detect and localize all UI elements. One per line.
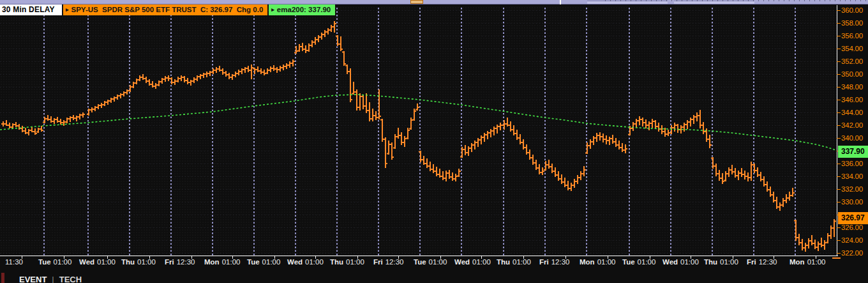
price-axis-label: 340.00 (841, 134, 863, 142)
time-axis-label: Tue01:00 (38, 258, 71, 266)
time-axis-label: Fri12:30 (747, 258, 777, 266)
time-axis-label: Tue01:00 (622, 258, 655, 266)
symbol-badge[interactable]: ▸SPY-US SPDR S&P 500 ETF TRUST C: 326.97… (63, 4, 267, 15)
expand-arrow-icon: ▸ (66, 6, 69, 13)
price-axis-label: 352.00 (841, 57, 863, 65)
time-axis-label: Mon01:00 (789, 258, 825, 266)
price-axis-label: 348.00 (841, 83, 863, 91)
expand-arrow-icon: ▸ (271, 6, 274, 13)
time-axis-label: Wed01:00 (287, 258, 324, 266)
price-axis-label: 360.00 (841, 6, 863, 14)
time-axis-label: Thu01:00 (330, 258, 364, 266)
time-axis-label: Wed01:00 (79, 258, 116, 266)
time-axis-label: Thu01:00 (704, 258, 738, 266)
tab-tech[interactable]: TECH (59, 275, 82, 283)
price-axis-label: 358.00 (841, 19, 863, 27)
price-axis-label: 332.00 (841, 185, 863, 193)
time-axis-label: 11:30 (5, 258, 23, 266)
corner-sliver (1, 273, 4, 283)
price-axis-label: 326.00 (841, 224, 863, 231)
chart-header: 30 Min DELAY ▸SPY-US SPDR S&P 500 ETF TR… (0, 4, 335, 15)
price-axis-label: 350.00 (841, 70, 863, 78)
price-axis-label: 322.00 (841, 249, 863, 257)
ema200-line (0, 95, 836, 150)
tab-event[interactable]: EVENT (19, 275, 47, 283)
price-axis-label: 354.00 (841, 45, 863, 52)
time-axis-label: Thu01:00 (121, 258, 156, 266)
time-axis-label: Thu01:00 (497, 258, 531, 266)
time-axis-label: Wed01:00 (662, 258, 699, 266)
tab-separator: | (52, 275, 54, 283)
time-axis-label: Fri12:30 (539, 258, 569, 266)
time-axis-label: Wed01:00 (454, 258, 491, 266)
time-axis-label: Tue01:00 (414, 258, 447, 266)
time-axis-label: Tue01:00 (247, 258, 280, 266)
price-axis-label: 324.00 (841, 236, 863, 244)
ohlc-bar-series (1, 21, 836, 252)
time-axis-label: Mon01:00 (204, 258, 240, 266)
ema-value-badge: 337.90 (838, 146, 868, 158)
time-axis-label: Fri12:30 (373, 258, 403, 266)
price-axis-label: 346.00 (841, 96, 863, 103)
price-axis-label: 342.00 (841, 121, 863, 129)
delay-badge: 30 Min DELAY (0, 4, 62, 15)
price-axis-label: 334.00 (841, 172, 863, 180)
price-chart-canvas[interactable] (0, 0, 868, 283)
ema-legend-badge[interactable]: ▸ema200: 337.90 (269, 4, 335, 15)
ema-legend-label: ema200: 337.90 (277, 6, 331, 13)
trading-chart-window: 30 Min DELAY ▸SPY-US SPDR S&P 500 ETF TR… (0, 0, 868, 283)
symbol-badge-label: SPY-US SPDR S&P 500 ETF TRUST C: 326.97 … (71, 6, 264, 13)
time-axis-label: Mon01:00 (580, 258, 615, 266)
last-price-badge: 326.97 (838, 212, 868, 224)
bottom-tabs: EVENT|TECH (19, 275, 82, 283)
price-axis-label: 336.00 (841, 160, 863, 167)
price-axis-label: 356.00 (841, 32, 863, 40)
price-axis-label: 344.00 (841, 109, 863, 116)
time-axis-label: Fri12:30 (165, 258, 195, 266)
price-axis-label: 330.00 (841, 198, 863, 206)
